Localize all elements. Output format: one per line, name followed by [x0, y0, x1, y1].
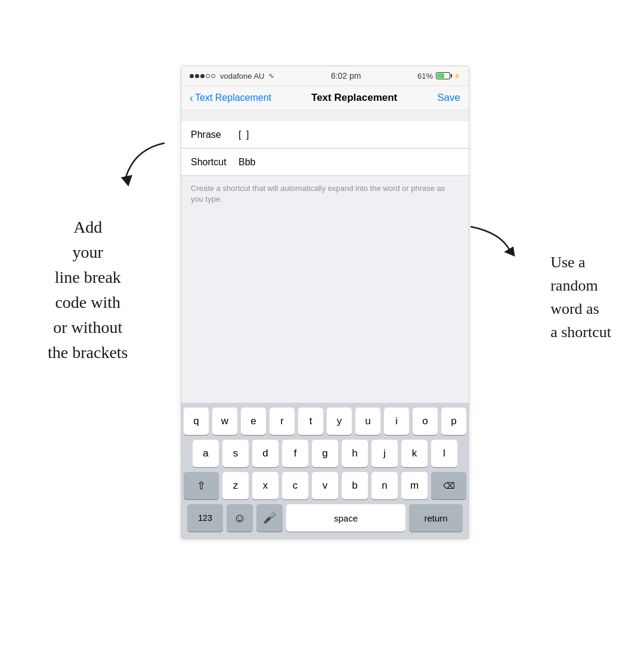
key-e[interactable]: e	[241, 408, 266, 435]
key-a[interactable]: a	[193, 440, 219, 467]
key-w[interactable]: w	[212, 408, 237, 435]
carrier-label: vodafone AU	[220, 72, 264, 81]
key-h[interactable]: h	[342, 440, 368, 467]
key-o[interactable]: o	[413, 408, 438, 435]
key-y[interactable]: y	[327, 408, 352, 435]
key-l[interactable]: l	[431, 440, 457, 467]
back-button[interactable]: ‹ Text Replacement	[190, 92, 271, 103]
signal-dot-2	[195, 74, 199, 78]
phone-mockup: vodafone AU ∿ 6:02 pm 61% ⚡ ‹ Text Repla…	[181, 66, 469, 539]
key-u[interactable]: u	[355, 408, 380, 435]
phrase-row[interactable]: Phrase [ ]	[181, 121, 469, 149]
emoji-key[interactable]: ☺	[227, 504, 253, 532]
battery-percent: 61%	[417, 72, 433, 81]
signal-dot-1	[190, 74, 194, 78]
nav-title: Text Replacement	[311, 92, 397, 104]
keyboard-row-1: q w e r t y u i o p	[184, 408, 466, 435]
key-k[interactable]: k	[401, 440, 428, 467]
phrase-label: Phrase	[191, 129, 239, 140]
helper-text: Create a shortcut that will automaticall…	[191, 183, 459, 205]
key-j[interactable]: j	[371, 440, 398, 467]
back-label: Text Replacement	[195, 92, 271, 103]
shortcut-row[interactable]: Shortcut Bbb	[181, 149, 469, 176]
status-left: vodafone AU ∿	[190, 72, 274, 81]
battery-fill	[437, 73, 444, 78]
key-t[interactable]: t	[298, 408, 323, 435]
keyboard-row-2: a s d f g h j k l	[184, 440, 466, 467]
save-button[interactable]: Save	[437, 92, 460, 104]
helper-section: Create a shortcut that will automaticall…	[181, 176, 469, 212]
numbers-key[interactable]: 123	[187, 504, 223, 532]
battery-icon	[436, 72, 450, 79]
key-b[interactable]: b	[342, 472, 368, 499]
arrow-right	[453, 215, 525, 257]
key-m[interactable]: m	[401, 472, 428, 499]
annotation-right-text: Use a random word as a shortcut	[550, 254, 611, 341]
wifi-icon: ∿	[268, 72, 274, 80]
back-arrow-icon: ‹	[190, 92, 193, 103]
key-g[interactable]: g	[312, 440, 338, 467]
separator-top	[181, 110, 469, 121]
key-s[interactable]: s	[222, 440, 249, 467]
key-q[interactable]: q	[184, 408, 209, 435]
keyboard-row-bottom: 123 ☺ 🎤 space return	[184, 504, 466, 532]
delete-key[interactable]: ⌫	[431, 472, 466, 499]
form-section: Phrase [ ] Shortcut Bbb	[181, 121, 469, 176]
annotation-left: Add your line break code with or without…	[48, 215, 128, 365]
arrow-left	[110, 137, 182, 191]
keyboard: q w e r t y u i o p a s d f g h j k l ⇧ …	[181, 403, 469, 539]
svg-marker-0	[122, 176, 131, 185]
key-v[interactable]: v	[312, 472, 338, 499]
key-n[interactable]: n	[371, 472, 398, 499]
annotation-right: Use a random word as a shortcut	[550, 251, 611, 344]
lightning-icon: ⚡	[453, 73, 460, 79]
status-bar: vodafone AU ∿ 6:02 pm 61% ⚡	[181, 66, 469, 86]
mic-key[interactable]: 🎤	[256, 504, 283, 532]
key-p[interactable]: p	[441, 408, 466, 435]
shift-key[interactable]: ⇧	[184, 472, 219, 499]
svg-marker-1	[506, 248, 514, 255]
shortcut-input[interactable]: Bbb	[239, 157, 459, 168]
phrase-input[interactable]: [ ]	[239, 129, 459, 140]
key-c[interactable]: c	[282, 472, 308, 499]
shortcut-label: Shortcut	[191, 157, 239, 168]
nav-bar: ‹ Text Replacement Text Replacement Save	[181, 86, 469, 110]
return-key[interactable]: return	[409, 504, 463, 532]
key-z[interactable]: z	[222, 472, 249, 499]
content-area	[181, 212, 469, 403]
key-i[interactable]: i	[384, 408, 409, 435]
key-x[interactable]: x	[252, 472, 278, 499]
key-f[interactable]: f	[282, 440, 308, 467]
space-key[interactable]: space	[286, 504, 405, 532]
signal-dot-4	[206, 74, 210, 78]
signal-strength	[190, 74, 215, 78]
status-time: 6:02 pm	[331, 71, 361, 81]
signal-dot-5	[211, 74, 215, 78]
annotation-left-text: Add your line break code with or without…	[48, 218, 128, 362]
status-right: 61% ⚡	[417, 72, 460, 81]
key-r[interactable]: r	[270, 408, 295, 435]
keyboard-row-3: ⇧ z x c v b n m ⌫	[184, 472, 466, 499]
signal-dot-3	[200, 74, 205, 78]
key-d[interactable]: d	[252, 440, 278, 467]
